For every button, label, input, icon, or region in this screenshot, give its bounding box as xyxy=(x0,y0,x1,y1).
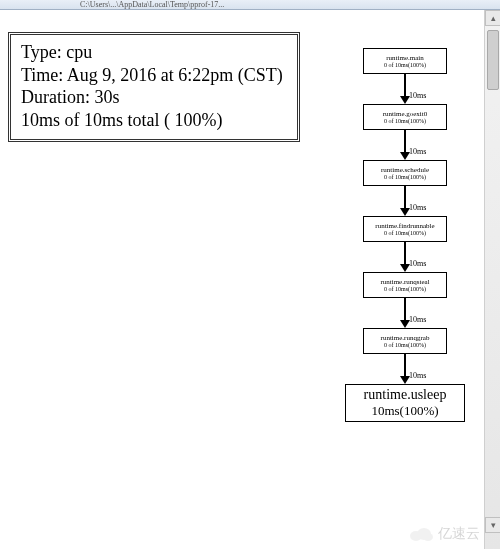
edge-line xyxy=(404,130,406,152)
node-function: runtime.main xyxy=(386,54,424,62)
edge-label: 10ms xyxy=(409,315,426,324)
edge-line xyxy=(404,298,406,320)
edge-line xyxy=(404,242,406,264)
node-function: runtime.runqgrab xyxy=(381,334,430,342)
graph-node[interactable]: runtime.findrunnable 0 of 10ms(100%) xyxy=(363,216,447,242)
node-function: runtime.usleep xyxy=(364,387,447,403)
graph-node[interactable]: runtime.goexit0 0 of 10ms(100%) xyxy=(363,104,447,130)
node-stat: 0 of 10ms(100%) xyxy=(384,342,426,349)
watermark: 亿速云 xyxy=(408,525,480,543)
info-type: Type: cpu xyxy=(21,41,287,64)
graph-node[interactable]: runtime.main 0 of 10ms(100%) xyxy=(363,48,447,74)
graph-edge: 10ms xyxy=(400,242,410,272)
node-stat: 0 of 10ms(100%) xyxy=(384,62,426,69)
node-stat: 0 of 10ms(100%) xyxy=(384,174,426,181)
graph-edge: 10ms xyxy=(400,74,410,104)
edge-line xyxy=(404,186,406,208)
graph-node[interactable]: runtime.schedule 0 of 10ms(100%) xyxy=(363,160,447,186)
edge-line xyxy=(404,74,406,96)
node-stat: 0 of 10ms(100%) xyxy=(384,118,426,125)
info-time: Time: Aug 9, 2016 at 6:22pm (CST) xyxy=(21,64,287,87)
node-function: runtime.findrunnable xyxy=(375,222,434,230)
node-stat: 0 of 10ms(100%) xyxy=(384,230,426,237)
edge-label: 10ms xyxy=(409,91,426,100)
edge-label: 10ms xyxy=(409,259,426,268)
cloud-icon xyxy=(408,526,434,542)
edge-label: 10ms xyxy=(409,203,426,212)
graph-edge: 10ms xyxy=(400,130,410,160)
scroll-thumb[interactable] xyxy=(487,30,499,90)
info-total: 10ms of 10ms total ( 100%) xyxy=(21,109,287,132)
scroll-down-button[interactable]: ▾ xyxy=(485,517,500,533)
address-left: C:\Users\...\AppData\Local\Temp\pprof-17… xyxy=(80,0,224,9)
graph-node[interactable]: runtime.runqgrab 0 of 10ms(100%) xyxy=(363,328,447,354)
page-content: Type: cpu Time: Aug 9, 2016 at 6:22pm (C… xyxy=(0,10,500,549)
profile-info-box: Type: cpu Time: Aug 9, 2016 at 6:22pm (C… xyxy=(8,32,300,142)
edge-label: 10ms xyxy=(409,147,426,156)
vertical-scrollbar[interactable]: ▴ ▾ xyxy=(484,10,500,549)
call-graph: runtime.main 0 of 10ms(100%) 10ms runtim… xyxy=(330,48,480,422)
node-function: runtime.runqsteal xyxy=(380,278,429,286)
edge-label: 10ms xyxy=(409,371,426,380)
info-duration: Duration: 30s xyxy=(21,86,287,109)
node-stat: 0 of 10ms(100%) xyxy=(384,286,426,293)
graph-edge: 10ms xyxy=(400,186,410,216)
edge-line xyxy=(404,354,406,376)
graph-node-hot[interactable]: runtime.usleep 10ms(100%) xyxy=(345,384,465,422)
node-stat: 10ms(100%) xyxy=(371,404,438,419)
watermark-text: 亿速云 xyxy=(438,525,480,543)
scroll-up-button[interactable]: ▴ xyxy=(485,10,500,26)
graph-edge: 10ms xyxy=(400,354,410,384)
graph-node[interactable]: runtime.runqsteal 0 of 10ms(100%) xyxy=(363,272,447,298)
graph-edge: 10ms xyxy=(400,298,410,328)
node-function: runtime.goexit0 xyxy=(383,110,428,118)
node-function: runtime.schedule xyxy=(381,166,429,174)
browser-chrome: C:\Users\...\AppData\Local\Temp\pprof-17… xyxy=(0,0,500,10)
svg-point-2 xyxy=(423,533,433,541)
